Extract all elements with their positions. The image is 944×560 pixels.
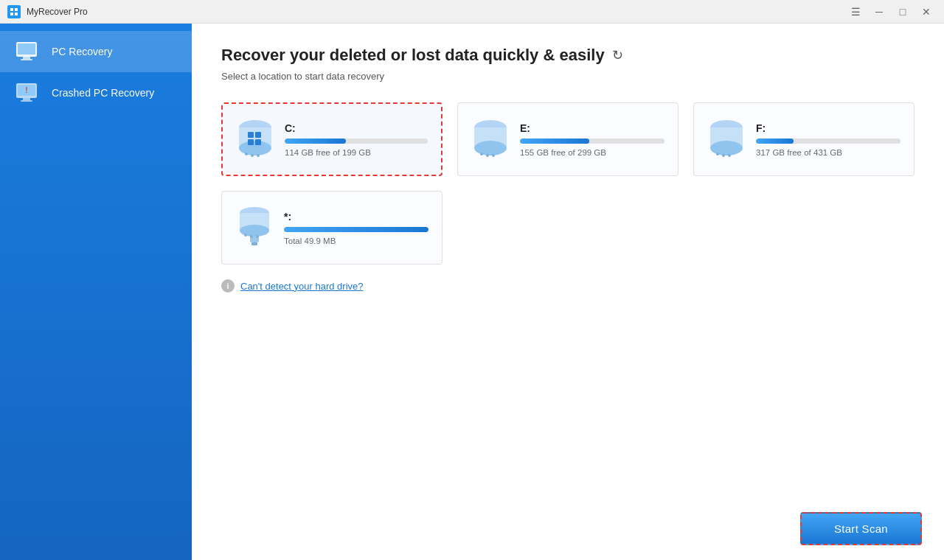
drive-card-e[interactable]: E: 155 GB free of 299 GB: [457, 102, 678, 176]
main-content: Recover your deleted or lost data quickl…: [192, 24, 944, 560]
svg-rect-0: [10, 8, 13, 11]
svg-rect-19: [255, 139, 261, 145]
drive-bar-star: [284, 227, 428, 232]
drive-info-star: *: Total 49.9 MB: [284, 211, 428, 245]
svg-rect-7: [21, 59, 32, 60]
menu-button[interactable]: ☰: [845, 4, 866, 19]
sidebar-item-pc-recovery[interactable]: PC Recovery: [0, 31, 192, 72]
pc-recovery-icon: [15, 41, 41, 62]
drive-letter-star: *:: [284, 211, 428, 223]
svg-rect-1: [15, 8, 18, 11]
bottom-bar: Start Scan: [800, 512, 922, 545]
svg-point-25: [474, 141, 507, 155]
drive-bar-fill-e: [520, 139, 589, 144]
svg-rect-16: [248, 132, 254, 138]
drive-bar-fill-f: [756, 139, 794, 144]
svg-rect-11: [23, 98, 30, 100]
svg-point-28: [492, 154, 495, 157]
drive-letter-c: C:: [285, 122, 428, 134]
drive-icon-e: [471, 117, 510, 161]
drive-bar-f: [756, 139, 900, 144]
svg-rect-6: [23, 57, 30, 59]
svg-point-27: [486, 154, 489, 157]
svg-rect-18: [248, 139, 254, 145]
drive-icon-star: [235, 206, 274, 250]
info-icon: i: [221, 279, 235, 293]
svg-point-32: [716, 153, 719, 155]
drive-info-f: F: 317 GB free of 431 GB: [756, 122, 900, 157]
svg-rect-2: [10, 13, 13, 15]
sidebar-label-pc-recovery: PC Recovery: [52, 46, 112, 57]
svg-point-42: [256, 235, 259, 238]
svg-point-34: [728, 154, 731, 157]
svg-point-26: [480, 153, 483, 155]
cant-detect-link[interactable]: Can't detect your hard drive?: [240, 281, 364, 292]
drive-size-e: 155 GB free of 299 GB: [520, 148, 664, 157]
app-icon: [7, 5, 21, 18]
drives-row-1: C: 114 GB free of 199 GB: [221, 102, 914, 176]
svg-rect-3: [15, 13, 18, 15]
page-title: Recover your deleted or lost data quickl…: [221, 46, 605, 65]
drive-size-c: 114 GB free of 199 GB: [285, 148, 428, 157]
sidebar-item-crashed-pc-recovery[interactable]: ! Crashed PC Recovery: [0, 72, 192, 113]
refresh-icon[interactable]: ↻: [612, 47, 628, 63]
drive-size-f: 317 GB free of 431 GB: [756, 148, 900, 157]
svg-point-41: [250, 235, 253, 238]
cant-detect-row: i Can't detect your hard drive?: [221, 279, 914, 293]
sidebar: PC Recovery ! Crashed PC Recovery: [0, 24, 192, 560]
svg-rect-17: [255, 132, 261, 138]
page-header: Recover your deleted or lost data quickl…: [221, 46, 914, 65]
page-subtitle: Select a location to start data recovery: [221, 71, 914, 82]
minimize-button[interactable]: ─: [869, 4, 889, 19]
svg-rect-12: [21, 100, 32, 102]
app-body: PC Recovery ! Crashed PC Recovery Recove…: [0, 24, 944, 560]
drive-icon-c: [236, 117, 274, 161]
maximize-button[interactable]: □: [892, 4, 913, 19]
drive-info-c: C: 114 GB free of 199 GB: [285, 122, 428, 157]
svg-point-20: [245, 153, 248, 155]
svg-point-40: [244, 234, 247, 237]
drive-letter-f: F:: [756, 122, 900, 134]
drive-card-star[interactable]: *: Total 49.9 MB: [221, 191, 442, 265]
svg-rect-5: [18, 43, 35, 55]
svg-rect-39: [251, 242, 257, 245]
svg-point-21: [251, 154, 254, 157]
titlebar: MyRecover Pro ☰ ─ □ ✕: [0, 0, 944, 24]
drive-info-e: E: 155 GB free of 299 GB: [520, 122, 664, 157]
drive-icon-f: [707, 117, 746, 161]
svg-text:!: !: [25, 86, 27, 94]
drive-card-f[interactable]: F: 317 GB free of 431 GB: [693, 102, 914, 176]
drive-size-star: Total 49.9 MB: [284, 237, 428, 245]
svg-point-31: [710, 141, 743, 155]
drive-letter-e: E:: [520, 122, 664, 134]
start-scan-button[interactable]: Start Scan: [800, 512, 922, 545]
drive-bar-fill-star: [284, 227, 428, 232]
close-button[interactable]: ✕: [916, 4, 937, 19]
titlebar-left: MyRecover Pro: [7, 5, 88, 18]
svg-point-37: [240, 225, 269, 237]
svg-point-33: [722, 154, 725, 157]
drive-bar-fill-c: [285, 139, 346, 144]
drive-bar-e: [520, 139, 664, 144]
sidebar-label-crashed: Crashed PC Recovery: [52, 87, 154, 99]
window-controls: ☰ ─ □ ✕: [845, 4, 937, 19]
crashed-pc-icon: !: [15, 83, 41, 103]
svg-point-22: [257, 154, 260, 157]
drive-bar-c: [285, 139, 428, 144]
drives-row-2: *: Total 49.9 MB: [221, 191, 914, 265]
app-title: MyRecover Pro: [27, 7, 88, 17]
drive-card-c[interactable]: C: 114 GB free of 199 GB: [221, 102, 442, 176]
